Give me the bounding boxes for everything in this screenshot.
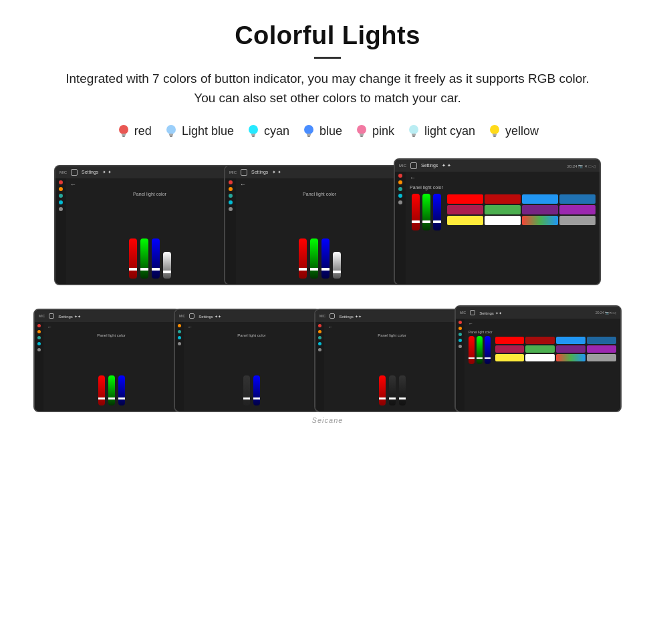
bulb-icon-red <box>116 124 131 138</box>
color-label-cyan: cyan <box>264 124 289 138</box>
sidebar-btn-orange <box>59 187 63 191</box>
seicane-watermark: Seicane <box>27 412 628 426</box>
device-6-screen: MIC Settings ✦✦ ← Panel light color <box>315 310 460 411</box>
device-3-topbar: MIC Settings ✦ ✦ 20:24 📷 ✕ □ ◁ <box>395 160 600 172</box>
slider-blue-1 <box>152 238 160 279</box>
svg-point-12 <box>357 125 366 134</box>
bulb-icon-light-blue <box>164 124 178 138</box>
header-description: Integrated with 7 colors of button indic… <box>53 69 602 108</box>
device-3-sidebar <box>395 172 406 284</box>
svg-point-3 <box>166 125 176 134</box>
home-icon-2 <box>241 169 247 176</box>
svg-rect-19 <box>493 134 497 136</box>
svg-point-6 <box>249 125 258 134</box>
device-3-main: ← Panel light color <box>406 172 600 284</box>
svg-rect-16 <box>412 134 416 136</box>
svg-rect-8 <box>252 136 255 137</box>
svg-rect-4 <box>169 134 173 136</box>
slider-red-1 <box>129 238 137 279</box>
bulb-icon-light-cyan <box>406 124 421 138</box>
bulb-icon-yellow <box>487 124 502 138</box>
sliders-1 <box>70 199 229 281</box>
sidebar-btn-teal <box>59 194 63 198</box>
color-item-light-cyan: light cyan <box>406 124 475 138</box>
svg-rect-11 <box>307 136 310 137</box>
color-item-blue: blue <box>301 124 342 138</box>
device-4-content: ← Panel light color <box>35 322 179 411</box>
device-7: MIC Settings ✦✦ 20:24 📷✕□◁ ← <box>454 305 622 412</box>
page-header: Colorful Lights Integrated with 7 colors… <box>0 0 655 114</box>
color-label-yellow: yellow <box>505 124 539 138</box>
device-1-content: ← Panel light color <box>55 178 233 284</box>
sidebar-btn-red <box>59 180 63 184</box>
device-7-screen: MIC Settings ✦✦ 20:24 📷✕□◁ ← <box>456 307 620 411</box>
device-1: MIC Settings ✦ ✦ ← Panel light color <box>54 165 235 285</box>
svg-rect-10 <box>307 134 311 136</box>
device-row-2: MIC Settings ✦✦ ← Panel light color <box>27 305 628 412</box>
sliders-2 <box>240 199 399 281</box>
color-grid-7 <box>495 337 616 361</box>
device-2-content: ← Panel light color <box>225 178 403 284</box>
sidebar-btn-red-2 <box>229 180 233 184</box>
svg-point-0 <box>119 125 128 134</box>
device-2-screen: MIC Settings ✦ ✦ ← Panel light color <box>225 166 403 284</box>
device-4-main: ← Panel light color <box>43 322 179 411</box>
color-item-red: red <box>116 124 152 138</box>
device-4: MIC Settings ✦✦ ← Panel light color <box>33 309 180 412</box>
sidebar-btn-gray <box>59 207 63 211</box>
title-divider <box>314 57 341 59</box>
svg-rect-1 <box>122 134 126 136</box>
svg-rect-2 <box>122 136 125 137</box>
device-1-sidebar <box>55 178 66 284</box>
device-1-topbar: MIC Settings ✦ ✦ <box>55 166 233 178</box>
color-item-yellow: yellow <box>487 124 539 138</box>
device-2-main: ← Panel light color <box>236 178 403 284</box>
device-2-topbar: MIC Settings ✦ ✦ <box>225 166 403 178</box>
color-label-red: red <box>134 124 152 138</box>
color-item-cyan: cyan <box>246 124 289 138</box>
svg-point-9 <box>304 125 313 134</box>
svg-rect-5 <box>170 136 172 137</box>
device-6: MIC Settings ✦✦ ← Panel light color <box>314 309 461 412</box>
color-label-light-cyan: light cyan <box>424 124 475 138</box>
svg-point-18 <box>490 125 499 134</box>
svg-rect-7 <box>251 134 255 136</box>
panel-label-1: Panel light color <box>70 192 229 196</box>
color-item-light-blue: Light blue <box>164 124 234 138</box>
color-grid-3 <box>447 194 596 225</box>
bulb-icon-blue <box>301 124 316 138</box>
device-2: MIC Settings ✦ ✦ ← Panel light color <box>224 165 404 285</box>
color-label-pink: pink <box>372 124 394 138</box>
color-list: red Light blue cyan <box>0 114 655 145</box>
home-icon <box>71 169 78 176</box>
svg-rect-20 <box>493 136 496 137</box>
bulb-icon-cyan <box>246 124 261 138</box>
bulb-icon-pink <box>354 124 369 138</box>
device-5-screen: MIC Settings ✦✦ ← Panel light color <box>175 310 319 411</box>
svg-rect-17 <box>412 136 415 137</box>
device-4-screen: MIC Settings ✦✦ ← Panel light color <box>35 310 179 411</box>
sidebar-btn-cyan <box>59 200 63 204</box>
svg-rect-13 <box>360 134 364 136</box>
color-label-blue: blue <box>319 124 342 138</box>
device-3-screen: MIC Settings ✦ ✦ 20:24 📷 ✕ □ ◁ ← <box>395 160 600 284</box>
device-1-main: ← Panel light color <box>66 178 233 284</box>
device-1-screen: MIC Settings ✦ ✦ ← Panel light color <box>55 166 233 284</box>
device-5: MIC Settings ✦✦ ← Panel light color <box>174 309 321 412</box>
slider-green-1 <box>140 238 148 279</box>
svg-point-15 <box>409 125 418 134</box>
device-4-topbar: MIC Settings ✦✦ <box>35 310 179 322</box>
device-3: MIC Settings ✦ ✦ 20:24 📷 ✕ □ ◁ ← <box>394 158 601 285</box>
devices-section: MIC Settings ✦ ✦ ← Panel light color <box>0 145 655 432</box>
device-row-1: MIC Settings ✦ ✦ ← Panel light color <box>27 158 628 285</box>
device-2-sidebar <box>225 178 236 284</box>
slider-white-1 <box>163 252 171 279</box>
svg-rect-14 <box>360 136 363 137</box>
page-title: Colorful Lights <box>27 21 628 50</box>
color-item-pink: pink <box>354 124 394 138</box>
back-arrow-1: ← <box>70 181 229 188</box>
device-3-content: ← Panel light color <box>395 172 600 284</box>
color-label-light-blue: Light blue <box>182 124 234 138</box>
